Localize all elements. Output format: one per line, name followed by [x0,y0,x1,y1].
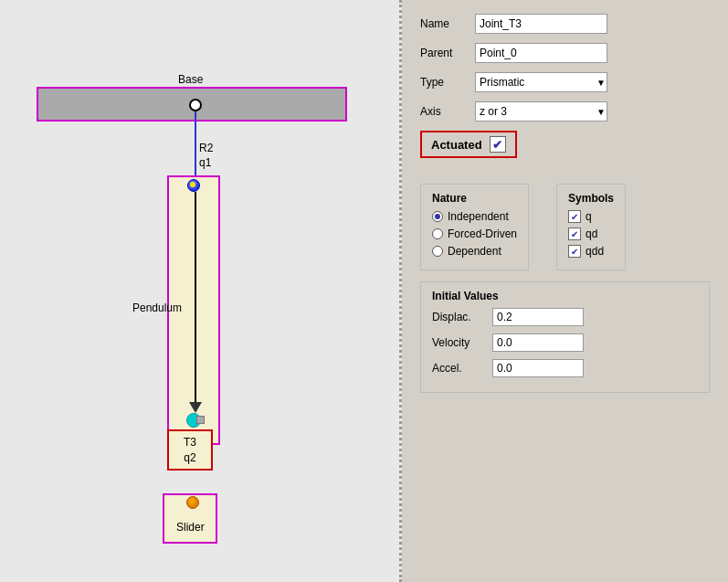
parent-input[interactable] [475,43,607,63]
axis-label: Axis [420,105,475,118]
accel-input[interactable] [492,359,584,377]
symbol-q-checkbox[interactable]: ✔ [568,210,581,223]
vert-line-2 [195,192,196,407]
vert-line-1 [195,111,196,175]
r2q1-label: R2 q1 [199,142,213,170]
symbols-box: Symbols ✔ q ✔ qd ✔ qdd [556,184,626,270]
arrow-down [189,402,202,413]
axis-select[interactable]: z or 3 x or 1 y or 2 [475,101,607,122]
properties-panel: Name Parent Type Prismatic Revolute Sphe… [402,0,728,582]
radio-forced-driven[interactable]: Forced-Driven [432,228,517,240]
parent-row: Parent [420,43,710,63]
type-select-wrap: Prismatic Revolute Spherical ▼ [475,72,607,92]
actuated-checkmark: ✔ [492,138,502,152]
type-label: Type [420,76,475,89]
velocity-label: Velocity [432,336,487,349]
symbol-q-row: ✔ q [568,210,614,223]
actuated-checkbox[interactable]: ✔ [490,136,506,153]
symbol-qdd-checkmark: ✔ [571,247,578,257]
radio-independent-dot[interactable] [432,211,443,222]
base-label: Base [178,73,203,86]
symbol-qd-checkbox[interactable]: ✔ [568,228,581,240]
axis-row: Axis z or 3 x or 1 y or 2 ▼ [420,101,710,122]
nature-box: Nature Independent Forced-Driven Depende… [420,184,529,270]
velocity-row: Velocity [432,333,698,352]
nature-symbols-section: Nature Independent Forced-Driven Depende… [420,184,710,270]
name-input[interactable] [475,14,607,34]
accel-label: Accel. [432,362,487,375]
symbol-q-checkmark: ✔ [571,212,578,222]
radio-dependent[interactable]: Dependent [432,245,517,258]
initial-values-box: Initial Values Displac. Velocity Accel. [420,281,710,393]
slider-orange-dot[interactable] [186,496,199,509]
symbol-qd-checkmark: ✔ [571,229,578,239]
displac-input[interactable] [492,308,584,326]
parent-label: Parent [420,47,475,59]
axis-select-wrap: z or 3 x or 1 y or 2 ▼ [475,101,607,122]
accel-row: Accel. [432,359,698,377]
actuated-section: Actuated ✔ [420,131,710,171]
diagram-panel: Base R2 q1 Pendulum T3 q2 Slider [0,0,402,582]
type-select[interactable]: Prismatic Revolute Spherical [475,72,607,92]
pendulum-top-dot-yellow [190,182,195,187]
radio-forced-driven-dot[interactable] [432,228,443,239]
initial-values-title: Initial Values [432,290,698,302]
velocity-input[interactable] [492,333,584,352]
name-row: Name [420,14,710,34]
radio-independent[interactable]: Independent [432,210,517,223]
name-label: Name [420,17,475,30]
symbol-qdd-checkbox[interactable]: ✔ [568,245,581,258]
actuated-label: Actuated [431,138,482,152]
joint-gray-square [196,416,205,424]
actuated-box: Actuated ✔ [420,131,517,158]
displac-label: Displac. [432,311,487,323]
base-circle [189,99,202,111]
type-row: Type Prismatic Revolute Spherical ▼ [420,72,710,92]
slider-label: Slider [176,521,205,534]
nature-title: Nature [432,192,517,205]
displac-row: Displac. [432,308,698,326]
pendulum-label: Pendulum [132,302,182,314]
symbols-title: Symbols [568,192,614,205]
radio-dependent-dot[interactable] [432,246,443,257]
symbol-qd-row: ✔ qd [568,228,614,240]
t3q2-box[interactable]: T3 q2 [167,429,213,471]
symbol-qdd-row: ✔ qdd [568,245,614,258]
